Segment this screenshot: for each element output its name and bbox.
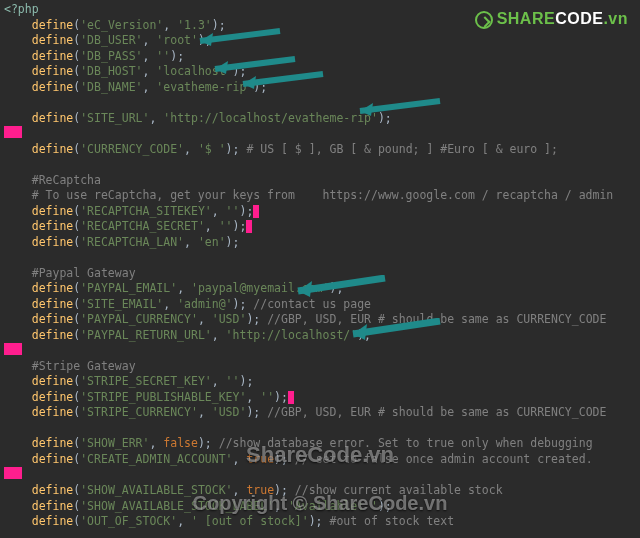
watermark-logo: SHARECODE.vn [475,8,628,30]
code-line: define('PAYPAL_EMAIL', 'paypal@myemail.c… [4,281,636,297]
code-line: define('PAYPAL_RETURN_URL', 'http://loca… [4,328,636,344]
code-line: define('STRIPE_PUBLISHABLE_KEY', ''); [4,390,636,406]
code-line: define('RECAPTCHA_SITEKEY', ''); [4,204,636,220]
comment-line: #Paypal Gateway [4,266,636,282]
code-line: define('SITE_EMAIL', 'admin@'); //contac… [4,297,636,313]
code-line: define('RECAPTCHA_LAN', 'en'); [4,235,636,251]
comment-line: # To use reCaptcha, get your keys from h… [4,188,636,204]
highlight-marker [4,343,22,355]
blank-line [4,95,636,111]
code-line: define('RECAPTCHA_SECRET', ''); [4,219,636,235]
watermark-text: Copyright © ShareCode.vn [193,490,448,517]
highlight-marker [4,467,22,479]
highlight-marker [246,220,252,233]
code-line [4,126,636,142]
blank-line [4,421,636,437]
highlight-marker [4,126,22,138]
code-line: define('PAYPAL_CURRENCY', 'USD'); //GBP,… [4,312,636,328]
code-line [4,467,636,483]
code-line: define('CURRENCY_CODE', '$ '); # US [ $ … [4,142,636,158]
watermark-text: ShareCode.vn [246,440,394,470]
code-line: define('SITE_URL', 'http://localhost/eva… [4,111,636,127]
code-line [4,343,636,359]
code-line: define('DB_NAME', 'evatheme-rip'); [4,80,636,96]
blank-line [4,530,636,538]
code-line: define('DB_USER', 'root'); [4,33,636,49]
recycle-icon [475,11,493,29]
comment-line: #Stripe Gateway [4,359,636,375]
code-line: define('STRIPE_SECRET_KEY', ''); [4,374,636,390]
highlight-marker [288,391,294,404]
blank-line [4,250,636,266]
comment-line: #ReCaptcha [4,173,636,189]
code-line: define('DB_PASS', ''); [4,49,636,65]
blank-line [4,157,636,173]
code-line: define('DB_HOST', 'localhost'); [4,64,636,80]
highlight-marker [253,205,259,218]
php-open-tag: <?php [4,2,39,16]
code-line: define('STRIPE_CURRENCY', 'USD'); //GBP,… [4,405,636,421]
